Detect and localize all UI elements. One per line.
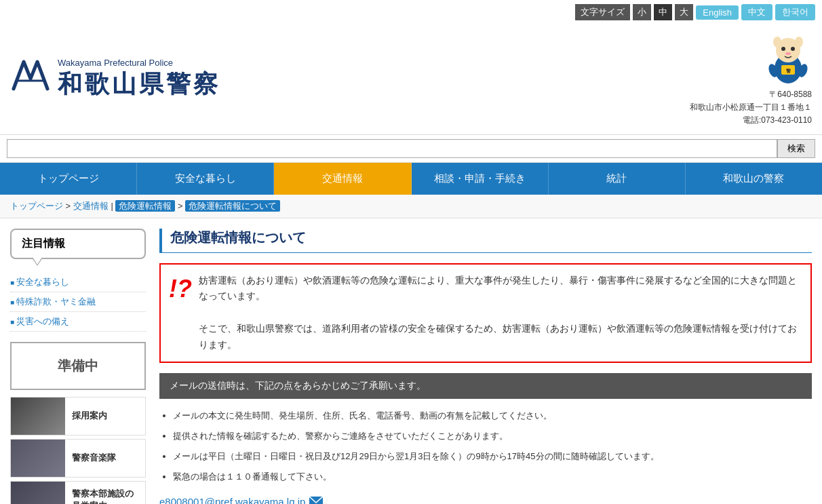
mail-icon	[309, 497, 323, 504]
sidebar-music-image	[11, 440, 65, 477]
svg-point-4	[781, 47, 785, 51]
nav-item-stats[interactable]: 統計	[549, 163, 686, 195]
alert-text: 妨害運転（あおり運転）や飲酒運転等の危険な運転により、重大な事件が発生したり、暴…	[199, 273, 802, 353]
phone: 電話:073-423-0110	[690, 114, 812, 127]
logo-title: 和歌山県警察	[58, 68, 220, 101]
sidebar-music[interactable]: 警察音楽隊	[10, 439, 146, 478]
mascot: 警	[764, 31, 812, 85]
logo-text-area: Wakayama Prefectural Police 和歌山県警察	[58, 58, 220, 101]
sidebar-attention-box: 注目情報	[10, 229, 146, 259]
nav-item-police[interactable]: 和歌山の警察	[686, 163, 822, 195]
sidebar-recruitment-label: 採用案内	[65, 406, 114, 425]
nav-item-top[interactable]: トップページ	[0, 163, 137, 195]
logo-icon	[10, 55, 51, 104]
breadcrumb-link-traffic[interactable]: 交通情報	[73, 201, 109, 211]
sidebar-visit-label: 警察本部施設の 見学案内	[65, 484, 140, 504]
header: Wakayama Prefectural Police 和歌山県警察	[0, 24, 822, 135]
font-small-button[interactable]: 小	[633, 4, 651, 20]
list-item: 提供された情報を確認するため、警察からご連絡をさせていただくことがあります。	[173, 427, 812, 445]
sidebar-recruitment-image	[11, 398, 65, 435]
lang-chinese-button[interactable]: 中文	[741, 4, 772, 20]
lang-korean-button[interactable]: 한국어	[775, 4, 815, 20]
notice-header: メールの送信時は、下記の点をあらかじめご了承願います。	[159, 373, 812, 399]
sidebar-links: 安全な暮らし 特殊詐欺・ヤミ金融 災害への備え	[10, 273, 146, 332]
svg-text:警: 警	[786, 69, 791, 73]
svg-point-3	[795, 37, 803, 47]
font-large-button[interactable]: 大	[675, 4, 693, 20]
svg-point-6	[785, 52, 791, 55]
nav-item-safety[interactable]: 安全な暮らし	[137, 163, 274, 195]
address: 和歌山市小松原通一丁目１番地１	[690, 101, 812, 114]
content-area: 危険運転情報について !? 妨害運転（あおり運転）や飲酒運転等の危険な運転により…	[159, 229, 812, 504]
search-bar: 検索	[0, 135, 822, 163]
header-right: 警 〒640-8588 和歌山市小松原通一丁目１番地１ 電話:073-423-0…	[690, 31, 812, 128]
bullet-list: メールの本文に発生時間、発生場所、住所、氏名、電話番号、動画の有無を記載してくだ…	[173, 407, 812, 486]
alert-paragraph-1: 妨害運転（あおり運転）や飲酒運転等の危険な運転により、重大な事件が発生したり、暴…	[199, 273, 802, 305]
page-title: 危険運転情報について	[159, 229, 812, 253]
list-item: メールの本文に発生時間、発生場所、住所、氏名、電話番号、動画の有無を記載してくだ…	[173, 407, 812, 425]
sidebar: 注目情報 安全な暮らし 特殊詐欺・ヤミ金融 災害への備え 準備中 採用案内 警察…	[10, 229, 146, 504]
svg-point-2	[773, 37, 781, 47]
alert-icon: !?	[169, 273, 192, 353]
alert-box: !? 妨害運転（あおり運転）や飲酒運転等の危険な運転により、重大な事件が発生した…	[159, 263, 812, 363]
email-address: e8008001@pref.wakayama.lg.jp	[159, 496, 305, 504]
lang-english-button[interactable]: English	[696, 5, 739, 20]
logo-area: Wakayama Prefectural Police 和歌山県警察	[10, 55, 690, 104]
breadcrumb-link-top[interactable]: トップページ	[10, 201, 63, 211]
search-button[interactable]: 検索	[777, 139, 815, 158]
address-block: 〒640-8588 和歌山市小松原通一丁目１番地１ 電話:073-423-011…	[690, 88, 812, 128]
sidebar-link-fraud[interactable]: 特殊詐欺・ヤミ金融	[10, 292, 146, 312]
alert-paragraph-2: そこで、和歌山県警察では、道路利用者の皆様の安全を確保するため、妨害運転（あおり…	[199, 321, 802, 353]
main-nav: トップページ 安全な暮らし 交通情報 相談・申請・手続き 統計 和歌山の警察	[0, 163, 822, 195]
svg-point-5	[791, 47, 795, 51]
breadcrumb: トップページ > 交通情報 | 危険運転情報 > 危険運転情報について	[0, 195, 822, 218]
font-size-label: 文字サイズ	[575, 4, 630, 20]
logo-subtitle: Wakayama Prefectural Police	[58, 58, 220, 68]
sidebar-link-safety[interactable]: 安全な暮らし	[10, 273, 146, 292]
sidebar-link-disaster[interactable]: 災害への備え	[10, 312, 146, 332]
sidebar-recruitment[interactable]: 採用案内	[10, 397, 146, 435]
postal: 〒640-8588	[690, 88, 812, 101]
list-item: 緊急の場合は１１０番通報して下さい。	[173, 468, 812, 486]
sidebar-music-label: 警察音楽隊	[65, 448, 123, 467]
sidebar-visit[interactable]: 警察本部施設の 見学案内	[10, 481, 146, 504]
breadcrumb-about: 危険運転情報について	[185, 200, 280, 212]
sidebar-visit-image	[11, 482, 65, 504]
email-link[interactable]: e8008001@pref.wakayama.lg.jp	[159, 496, 812, 504]
nav-item-consultation[interactable]: 相談・申請・手続き	[412, 163, 549, 195]
sidebar-prep-box: 準備中	[10, 342, 146, 390]
sidebar-attention-label: 注目情報	[22, 237, 65, 249]
nav-item-traffic[interactable]: 交通情報	[274, 163, 411, 195]
main-layout: 注目情報 安全な暮らし 特殊詐欺・ヤミ金融 災害への備え 準備中 採用案内 警察…	[0, 218, 822, 504]
font-medium-button[interactable]: 中	[654, 4, 672, 20]
search-input[interactable]	[7, 139, 777, 158]
list-item: メールは平日（土曜日・日曜日・祝日及び12月29日から翌1月3日を除く）の9時か…	[173, 448, 812, 465]
top-bar: 文字サイズ 小 中 大 English 中文 한국어	[0, 0, 822, 24]
breadcrumb-dangerous-driving: 危険運転情報	[115, 200, 175, 212]
